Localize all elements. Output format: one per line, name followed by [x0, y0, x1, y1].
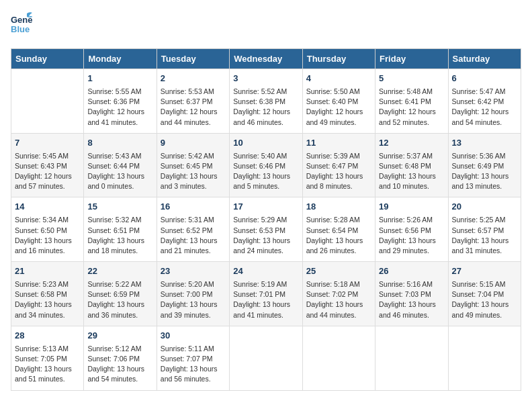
day-info: Sunrise: 5:52 AMSunset: 6:38 PMDaylight:…: [233, 87, 298, 128]
day-number: 11: [306, 137, 371, 150]
col-header-saturday: Saturday: [448, 49, 521, 69]
day-info: Sunrise: 5:36 AMSunset: 6:49 PMDaylight:…: [452, 151, 517, 192]
col-header-tuesday: Tuesday: [157, 49, 229, 69]
calendar-cell: 13Sunrise: 5:36 AMSunset: 6:49 PMDayligh…: [448, 133, 521, 197]
calendar-cell: 16Sunrise: 5:31 AMSunset: 6:52 PMDayligh…: [157, 197, 229, 262]
logo-container: General Blue: [11, 11, 32, 40]
day-info: Sunrise: 5:43 AMSunset: 6:44 PMDaylight:…: [87, 151, 152, 192]
svg-text:Blue: Blue: [11, 24, 30, 34]
calendar-cell: 23Sunrise: 5:20 AMSunset: 7:00 PMDayligh…: [157, 262, 229, 326]
calendar-cell: 6Sunrise: 5:47 AMSunset: 6:42 PMDaylight…: [448, 69, 521, 134]
col-header-sunday: Sunday: [11, 49, 84, 69]
day-info: Sunrise: 5:19 AMSunset: 7:01 PMDaylight:…: [233, 279, 298, 320]
week-row-4: 21Sunrise: 5:23 AMSunset: 6:58 PMDayligh…: [11, 262, 521, 326]
calendar-cell: 21Sunrise: 5:23 AMSunset: 6:58 PMDayligh…: [11, 262, 84, 326]
logo: General Blue: [11, 11, 32, 40]
calendar-cell: 4Sunrise: 5:50 AMSunset: 6:40 PMDaylight…: [302, 69, 375, 134]
day-info: Sunrise: 5:13 AMSunset: 7:05 PMDaylight:…: [15, 344, 80, 385]
week-row-3: 14Sunrise: 5:34 AMSunset: 6:50 PMDayligh…: [11, 197, 521, 262]
calendar-cell: 15Sunrise: 5:32 AMSunset: 6:51 PMDayligh…: [84, 197, 157, 262]
week-row-2: 7Sunrise: 5:45 AMSunset: 6:43 PMDaylight…: [11, 133, 521, 197]
day-info: Sunrise: 5:15 AMSunset: 7:04 PMDaylight:…: [452, 279, 517, 320]
day-number: 4: [306, 73, 371, 85]
calendar-cell: 10Sunrise: 5:40 AMSunset: 6:46 PMDayligh…: [230, 133, 302, 197]
day-info: Sunrise: 5:12 AMSunset: 7:06 PMDaylight:…: [87, 344, 152, 385]
calendar-cell: 27Sunrise: 5:15 AMSunset: 7:04 PMDayligh…: [448, 262, 521, 326]
day-number: 20: [452, 201, 517, 214]
calendar-cell: 3Sunrise: 5:52 AMSunset: 6:38 PMDaylight…: [230, 69, 302, 134]
calendar-cell: 29Sunrise: 5:12 AMSunset: 7:06 PMDayligh…: [84, 326, 157, 390]
day-number: 15: [87, 201, 152, 214]
day-number: 24: [233, 265, 298, 278]
calendar-cell: [11, 69, 84, 134]
day-number: 10: [233, 137, 298, 150]
calendar-cell: 7Sunrise: 5:45 AMSunset: 6:43 PMDaylight…: [11, 133, 84, 197]
col-header-thursday: Thursday: [302, 49, 375, 69]
day-info: Sunrise: 5:16 AMSunset: 7:03 PMDaylight:…: [379, 279, 444, 320]
calendar-cell: 20Sunrise: 5:25 AMSunset: 6:57 PMDayligh…: [448, 197, 521, 262]
day-info: Sunrise: 5:53 AMSunset: 6:37 PMDaylight:…: [161, 87, 226, 128]
day-number: 23: [161, 265, 226, 278]
day-number: 3: [233, 73, 298, 85]
day-info: Sunrise: 5:28 AMSunset: 6:54 PMDaylight:…: [306, 215, 371, 256]
calendar-table: SundayMondayTuesdayWednesdayThursdayFrid…: [11, 48, 521, 391]
day-number: 6: [452, 73, 517, 85]
day-info: Sunrise: 5:50 AMSunset: 6:40 PMDaylight:…: [306, 87, 371, 128]
day-number: 16: [161, 201, 226, 214]
day-number: 13: [452, 137, 517, 150]
calendar-cell: 25Sunrise: 5:18 AMSunset: 7:02 PMDayligh…: [302, 262, 375, 326]
day-number: 12: [379, 137, 444, 150]
day-info: Sunrise: 5:48 AMSunset: 6:41 PMDaylight:…: [379, 87, 444, 128]
day-info: Sunrise: 5:31 AMSunset: 6:52 PMDaylight:…: [161, 215, 226, 256]
day-info: Sunrise: 5:23 AMSunset: 6:58 PMDaylight:…: [15, 279, 80, 320]
day-info: Sunrise: 5:45 AMSunset: 6:43 PMDaylight:…: [15, 151, 80, 192]
calendar-cell: 11Sunrise: 5:39 AMSunset: 6:47 PMDayligh…: [302, 133, 375, 197]
calendar-cell: [302, 326, 375, 390]
day-number: 7: [15, 137, 80, 150]
col-header-monday: Monday: [84, 49, 157, 69]
calendar-cell: 1Sunrise: 5:55 AMSunset: 6:36 PMDaylight…: [84, 69, 157, 134]
day-info: Sunrise: 5:26 AMSunset: 6:56 PMDaylight:…: [379, 215, 444, 256]
calendar-cell: 5Sunrise: 5:48 AMSunset: 6:41 PMDaylight…: [375, 69, 448, 134]
day-info: Sunrise: 5:25 AMSunset: 6:57 PMDaylight:…: [452, 215, 517, 256]
day-info: Sunrise: 5:47 AMSunset: 6:42 PMDaylight:…: [452, 87, 517, 128]
day-number: 17: [233, 201, 298, 214]
day-info: Sunrise: 5:20 AMSunset: 7:00 PMDaylight:…: [161, 279, 226, 320]
day-info: Sunrise: 5:37 AMSunset: 6:48 PMDaylight:…: [379, 151, 444, 192]
day-number: 29: [87, 330, 152, 342]
day-number: 26: [379, 265, 444, 278]
day-number: 5: [379, 73, 444, 85]
col-header-wednesday: Wednesday: [230, 49, 302, 69]
day-number: 14: [15, 201, 80, 214]
day-info: Sunrise: 5:42 AMSunset: 6:45 PMDaylight:…: [161, 151, 226, 192]
calendar-cell: [375, 326, 448, 390]
day-number: 21: [15, 265, 80, 278]
day-info: Sunrise: 5:22 AMSunset: 6:59 PMDaylight:…: [87, 279, 152, 320]
calendar-cell: 17Sunrise: 5:29 AMSunset: 6:53 PMDayligh…: [230, 197, 302, 262]
calendar-cell: 26Sunrise: 5:16 AMSunset: 7:03 PMDayligh…: [375, 262, 448, 326]
header: General Blue: [11, 11, 521, 40]
day-info: Sunrise: 5:11 AMSunset: 7:07 PMDaylight:…: [161, 344, 226, 385]
day-info: Sunrise: 5:29 AMSunset: 6:53 PMDaylight:…: [233, 215, 298, 256]
day-info: Sunrise: 5:32 AMSunset: 6:51 PMDaylight:…: [87, 215, 152, 256]
calendar-cell: 14Sunrise: 5:34 AMSunset: 6:50 PMDayligh…: [11, 197, 84, 262]
calendar-cell: 12Sunrise: 5:37 AMSunset: 6:48 PMDayligh…: [375, 133, 448, 197]
day-number: 18: [306, 201, 371, 214]
calendar-cell: 28Sunrise: 5:13 AMSunset: 7:05 PMDayligh…: [11, 326, 84, 390]
day-number: 28: [15, 330, 80, 342]
calendar-cell: 19Sunrise: 5:26 AMSunset: 6:56 PMDayligh…: [375, 197, 448, 262]
calendar-cell: 22Sunrise: 5:22 AMSunset: 6:59 PMDayligh…: [84, 262, 157, 326]
calendar-body: 1Sunrise: 5:55 AMSunset: 6:36 PMDaylight…: [11, 69, 521, 391]
calendar-header: SundayMondayTuesdayWednesdayThursdayFrid…: [11, 49, 521, 69]
day-info: Sunrise: 5:40 AMSunset: 6:46 PMDaylight:…: [233, 151, 298, 192]
day-info: Sunrise: 5:39 AMSunset: 6:47 PMDaylight:…: [306, 151, 371, 192]
week-row-1: 1Sunrise: 5:55 AMSunset: 6:36 PMDaylight…: [11, 69, 521, 134]
day-number: 2: [161, 73, 226, 85]
day-number: 27: [452, 265, 517, 278]
calendar-cell: 18Sunrise: 5:28 AMSunset: 6:54 PMDayligh…: [302, 197, 375, 262]
day-info: Sunrise: 5:55 AMSunset: 6:36 PMDaylight:…: [87, 87, 152, 128]
calendar-cell: 2Sunrise: 5:53 AMSunset: 6:37 PMDaylight…: [157, 69, 229, 134]
day-number: 8: [87, 137, 152, 150]
calendar-cell: [230, 326, 302, 390]
day-number: 19: [379, 201, 444, 214]
